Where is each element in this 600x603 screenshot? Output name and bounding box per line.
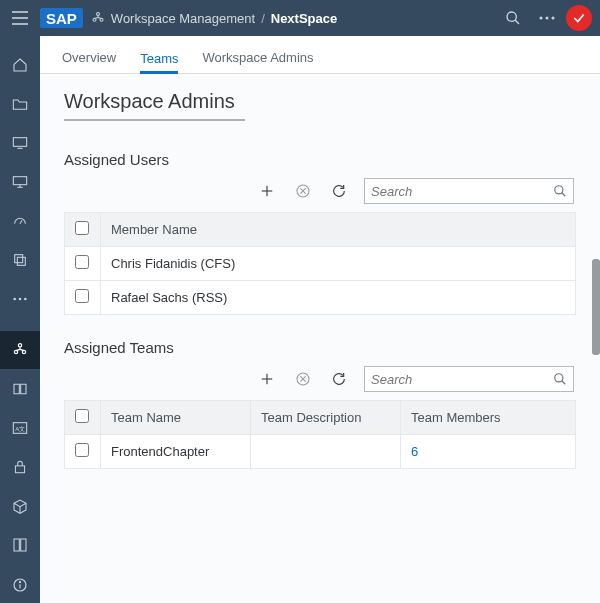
svg-point-45 xyxy=(555,186,563,194)
menu-toggle[interactable] xyxy=(0,0,40,36)
svg-line-10 xyxy=(515,20,519,24)
users-table: Member Name Chris Fidanidis (CFS) Rafael… xyxy=(64,212,576,315)
tab-teams[interactable]: Teams xyxy=(140,51,178,74)
team-name: FrontendChapter xyxy=(101,435,251,469)
breadcrumb-root[interactable]: Workspace Management xyxy=(111,11,255,26)
teams-search-input[interactable] xyxy=(371,372,553,387)
svg-rect-20 xyxy=(15,255,23,263)
nav-copy-icon[interactable] xyxy=(0,241,40,278)
page-title: Workspace Admins xyxy=(64,90,245,121)
breadcrumb-icon xyxy=(91,11,105,25)
nav-gauge-icon[interactable] xyxy=(0,202,40,239)
users-search-input[interactable] xyxy=(371,184,553,199)
add-user-button[interactable] xyxy=(256,180,278,202)
svg-point-12 xyxy=(546,17,549,20)
svg-line-30 xyxy=(20,349,24,350)
nav-info-icon[interactable] xyxy=(0,566,40,603)
refresh-teams-button[interactable] xyxy=(328,368,350,390)
users-toolbar xyxy=(64,178,576,204)
teams-search[interactable] xyxy=(364,366,574,392)
svg-point-11 xyxy=(540,17,543,20)
nav-more-icon[interactable] xyxy=(0,281,40,318)
svg-rect-16 xyxy=(13,176,26,184)
svg-rect-14 xyxy=(13,137,26,146)
search-icon[interactable] xyxy=(498,0,528,36)
svg-rect-35 xyxy=(14,539,19,551)
teams-col-desc[interactable]: Team Description xyxy=(251,401,401,435)
nav-book-icon[interactable] xyxy=(0,371,40,408)
row-checkbox[interactable] xyxy=(75,443,89,457)
avatar[interactable] xyxy=(566,5,592,31)
svg-point-23 xyxy=(19,298,22,301)
add-team-button[interactable] xyxy=(256,368,278,390)
nav-workspace-icon[interactable] xyxy=(0,331,40,368)
svg-point-13 xyxy=(552,17,555,20)
svg-point-22 xyxy=(13,298,16,301)
nav-display-icon[interactable] xyxy=(0,124,40,161)
tab-workspace-admins[interactable]: Workspace Admins xyxy=(202,50,313,73)
row-checkbox[interactable] xyxy=(75,289,89,303)
svg-line-53 xyxy=(562,381,566,385)
tab-bar: Overview Teams Workspace Admins xyxy=(40,36,600,74)
svg-point-3 xyxy=(96,12,99,15)
svg-text:A文: A文 xyxy=(15,425,25,432)
svg-line-19 xyxy=(20,220,22,223)
table-row[interactable]: FrontendChapter 6 xyxy=(65,435,576,469)
svg-line-29 xyxy=(16,349,20,350)
remove-team-button[interactable] xyxy=(292,368,314,390)
remove-user-button[interactable] xyxy=(292,180,314,202)
table-row[interactable]: Rafael Sachs (RSS) xyxy=(65,281,576,315)
scrollbar-thumb[interactable] xyxy=(592,259,600,355)
nav-servers-icon[interactable] xyxy=(0,527,40,564)
user-name: Chris Fidanidis (CFS) xyxy=(101,247,576,281)
team-members-link[interactable]: 6 xyxy=(411,444,418,459)
breadcrumb-separator: / xyxy=(261,11,265,26)
svg-line-8 xyxy=(98,17,102,18)
teams-col-members[interactable]: Team Members xyxy=(401,401,576,435)
users-search[interactable] xyxy=(364,178,574,204)
nav-box-icon[interactable] xyxy=(0,488,40,525)
refresh-users-button[interactable] xyxy=(328,180,350,202)
sap-logo: SAP xyxy=(40,8,83,28)
teams-table: Team Name Team Description Team Members … xyxy=(64,400,576,469)
row-checkbox[interactable] xyxy=(75,255,89,269)
breadcrumb: Workspace Management / NextSpace xyxy=(91,11,498,26)
search-icon[interactable] xyxy=(553,372,567,386)
svg-rect-33 xyxy=(15,466,24,473)
nav-home-icon[interactable] xyxy=(0,46,40,83)
nav-presentation-icon[interactable] xyxy=(0,163,40,200)
teams-toolbar xyxy=(64,366,576,392)
svg-line-7 xyxy=(94,17,98,18)
assigned-teams-title: Assigned Teams xyxy=(64,339,576,356)
team-desc xyxy=(251,435,401,469)
teams-col-name[interactable]: Team Name xyxy=(101,401,251,435)
svg-rect-36 xyxy=(21,539,26,551)
svg-point-39 xyxy=(19,581,20,582)
assigned-users-title: Assigned Users xyxy=(64,151,576,168)
table-row[interactable]: Chris Fidanidis (CFS) xyxy=(65,247,576,281)
svg-line-46 xyxy=(562,193,566,197)
svg-rect-21 xyxy=(17,257,25,265)
breadcrumb-current: NextSpace xyxy=(271,11,337,26)
users-select-all[interactable] xyxy=(75,221,89,235)
side-nav: A文 xyxy=(0,36,40,603)
nav-folder-icon[interactable] xyxy=(0,85,40,122)
teams-select-all[interactable] xyxy=(75,409,89,423)
svg-point-25 xyxy=(18,344,21,347)
overflow-icon[interactable] xyxy=(532,0,562,36)
tab-overview[interactable]: Overview xyxy=(62,50,116,73)
user-name: Rafael Sachs (RSS) xyxy=(101,281,576,315)
nav-lang-icon[interactable]: A文 xyxy=(0,410,40,447)
search-icon[interactable] xyxy=(553,184,567,198)
svg-point-52 xyxy=(555,374,563,382)
users-col-name[interactable]: Member Name xyxy=(101,213,576,247)
svg-point-24 xyxy=(24,298,27,301)
svg-point-9 xyxy=(507,12,516,21)
nav-lock-icon[interactable] xyxy=(0,449,40,486)
